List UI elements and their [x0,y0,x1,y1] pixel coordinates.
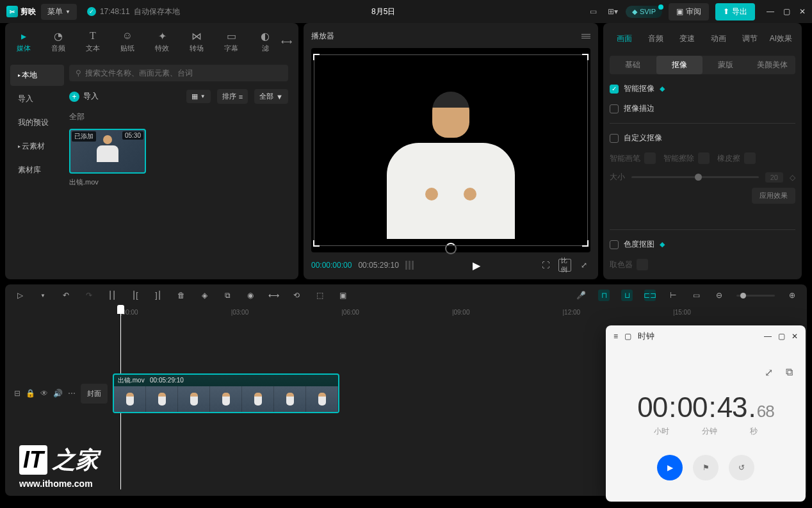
apply-button[interactable]: 应用效果 [752,188,795,204]
magnet-tool-3[interactable]: ⊏⊐ [644,290,656,301]
hamburger-icon[interactable] [581,34,590,38]
close-icon[interactable]: ✕ [799,7,806,16]
minimize-icon[interactable]: — [767,7,774,16]
size-slider[interactable] [631,176,759,178]
media-thumbnail[interactable]: 已添加 05:30 出镜.mov [69,129,146,187]
subtab-mask[interactable]: 蒙版 [702,56,749,74]
subtab-beauty[interactable]: 美颜美体 [749,56,796,74]
clock-pin-icon[interactable]: ▢ [624,332,631,341]
tab-subtitle[interactable]: ▭字幕 [219,27,243,56]
zoom-in-button[interactable]: ⊕ [786,290,798,301]
mirror-tool[interactable]: ⟷ [268,290,279,301]
record-tool[interactable]: ◉ [245,290,256,301]
search-input[interactable] [85,69,282,78]
copy-tool[interactable]: ⧉ [222,290,233,301]
layout-icon[interactable]: ▭ [587,5,600,18]
video-clip[interactable]: 出镜.mov 00:05:29:10 [113,373,339,413]
clock-minimize-icon[interactable]: — [764,332,772,341]
search-bar[interactable]: ⚲ [69,65,288,81]
tab-audio-prop[interactable]: 音频 [641,29,670,48]
preview-tool[interactable]: ▭ [690,290,702,301]
stepper-icon[interactable]: ◇ [790,173,795,182]
track-more-icon[interactable]: ⋯ [68,389,76,398]
clock-maximize-icon[interactable]: ▢ [778,332,785,341]
tab-picture[interactable]: 画面 [610,29,638,48]
outline-checkbox[interactable] [610,104,619,113]
stopwatch-reset-button[interactable]: ↺ [729,455,754,480]
align-tool[interactable]: ⊢ [667,290,679,301]
sidebar-item-cloud[interactable]: ▸云素材 [10,136,64,157]
ratio-button[interactable]: 比例 [558,259,571,272]
track-visible-icon[interactable]: 👁 [40,389,48,398]
tab-filter[interactable]: ◐滤 [254,27,277,56]
zoom-out-button[interactable]: ⊖ [713,290,725,301]
magnet-tool-1[interactable]: ⊓ [598,290,610,301]
tab-media[interactable]: ▸媒体 [12,27,36,56]
export-button[interactable]: ⬆ 导出 [715,3,755,20]
undo-button[interactable]: ↶ [60,290,72,301]
bars-icon[interactable] [405,261,414,270]
expand-icon[interactable]: ⤢ [765,366,773,379]
video-preview[interactable] [311,48,590,252]
stopwatch-lap-button[interactable]: ⚑ [693,455,719,480]
review-button[interactable]: ▣ 审阅 [669,3,709,20]
marker-tool[interactable]: ◈ [199,290,210,301]
tab-ai[interactable]: AI效果 [767,29,795,48]
import-button[interactable]: + 导入 [69,91,99,102]
clock-close-icon[interactable]: ✕ [792,332,798,341]
delete-tool[interactable]: 🗑 [175,290,187,301]
track-lock-icon[interactable]: 🔒 [26,389,35,398]
split-tool[interactable]: ⎮⎮ [106,290,118,301]
split-left-tool[interactable]: ⎮[ [129,290,141,301]
track-toggle-icon[interactable]: ⊟ [14,389,20,398]
window-controls: — ▢ ✕ [767,7,806,16]
image-tool[interactable]: ▣ [337,290,348,301]
expand-tabs-button[interactable]: ⟷ [281,37,292,46]
fullscreen-icon[interactable]: ⤢ [578,259,590,272]
svip-badge[interactable]: ◆ SVIP [626,6,662,18]
autosave-time: 17:48:11 [100,7,130,16]
stopwatch-play-button[interactable]: ▶ [657,455,683,480]
size-value[interactable]: 20 [765,172,783,183]
picture-in-picture-icon[interactable]: ⧉ [786,366,793,379]
sidebar-item-import[interactable]: 导入 [10,88,64,110]
magnet-tool-2[interactable]: ⊔ [621,290,633,301]
clip-duration: 00:05:29:10 [150,377,184,384]
play-button[interactable]: ▶ [420,259,533,272]
custom-checkbox[interactable] [610,134,619,143]
chroma-checkbox[interactable] [610,240,619,249]
select-dropdown[interactable]: ▼ [37,290,49,301]
cover-button[interactable]: 封面 [81,384,108,404]
focus-icon[interactable]: ⛶ [539,259,552,272]
tab-adjust[interactable]: 调节 [735,29,764,48]
time-ruler[interactable]: |00:00 |03:00 |06:00 |09:00 |12:00 |15:0… [5,309,807,316]
rotate-tool[interactable]: ⟲ [291,290,302,301]
sort-button[interactable]: 排序 ≡ [217,89,248,104]
track-mute-icon[interactable]: 🔊 [53,389,63,398]
tab-audio[interactable]: ◔音频 [46,27,70,56]
crop-tool[interactable]: ⬚ [314,290,325,301]
view-button[interactable]: ▦ ▼ [186,90,211,103]
tab-speed[interactable]: 变速 [672,29,701,48]
maximize-icon[interactable]: ▢ [783,7,790,16]
tab-sticker[interactable]: ☺贴纸 [115,27,140,56]
smart-cutout-checkbox[interactable]: ✓ [610,85,619,94]
sidebar-item-local[interactable]: ▸本地 [10,65,64,86]
zoom-slider[interactable] [736,295,775,297]
mic-icon[interactable]: 🎤 [575,290,587,301]
grid-icon[interactable]: ⊞▾ [606,5,619,18]
select-tool[interactable]: ▷ [14,290,26,301]
redo-button[interactable]: ↷ [83,290,95,301]
clock-menu-icon[interactable]: ≡ [613,332,618,341]
subtab-basic[interactable]: 基础 [610,56,656,74]
menu-button[interactable]: 菜单 ▼ [41,4,77,20]
tab-text[interactable]: T文本 [81,27,105,56]
sidebar-item-library[interactable]: 素材库 [10,160,64,181]
sidebar-item-presets[interactable]: 我的预设 [10,112,64,133]
subtab-cutout[interactable]: 抠像 [656,56,703,74]
tab-effects[interactable]: ✦特效 [150,27,174,56]
tab-animation[interactable]: 动画 [704,29,733,48]
split-right-tool[interactable]: ]⎮ [152,290,164,301]
tab-transition[interactable]: ⋈转场 [184,27,209,56]
filter-all-button[interactable]: 全部 ▼ [254,89,288,104]
